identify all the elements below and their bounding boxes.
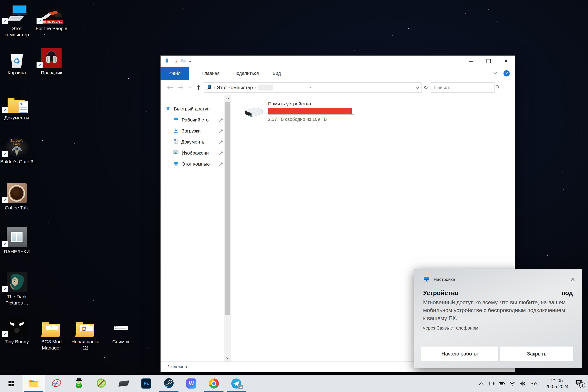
shortcut-arrow-icon: ↗ [2,197,8,203]
breadcrumb-chevron-icon[interactable]: › [310,85,311,90]
free-space-text: 2,37 ГБ свободно из 109 ГБ [268,117,354,122]
desktop-icon-prazdnik[interactable]: ↗ Праздник [35,47,68,76]
tab-share[interactable]: Поделиться [226,66,266,80]
sidebar-item-downloads[interactable]: Загрузки [160,126,224,136]
window-titlebar[interactable]: — ✕ [160,56,515,66]
pin-icon [219,140,223,145]
desktop-icon-label: The Dark Pictures ... [0,294,34,306]
telegram-unread-badge: 34 [238,385,243,389]
baldurs-gate-3-icon: Baldur's Gate ↗ [0,136,34,157]
ribbon-expand-chevron-icon[interactable] [493,71,497,75]
tray-wifi-icon[interactable] [508,381,516,386]
this-pc-icon: ↗ [0,3,34,24]
taskbar-chrome[interactable] [202,375,225,392]
up-button-icon[interactable] [193,85,204,90]
file-explorer-icon [29,379,39,388]
scroll-down-icon[interactable] [224,355,231,362]
desktop-icon-the-dark-pictures[interactable]: ↗ The Dark Pictures ... [0,271,34,306]
tray-language-indicator[interactable]: РУС [530,381,540,386]
tab-view[interactable]: Вид [266,66,288,80]
prazdnik-icon: ↗ [35,47,68,68]
taskbar-green-mascot-app[interactable] [68,375,90,392]
get-started-button[interactable]: Начало работы [421,346,498,361]
sidebar-item-pictures[interactable]: Изображени [160,148,224,158]
desktop-icon-tiny-bunny[interactable]: ↗ Tiny Bunny [0,316,34,345]
search-icon[interactable] [496,85,500,90]
device-storage-item[interactable]: Память устройства 2,37 ГБ свободно из 10… [243,101,358,122]
pin-icon [219,118,223,123]
qat-customize-chevron-icon[interactable] [189,60,191,62]
desktop-icon-label: BG3 Mod Manager [35,339,68,351]
desktop-icon-for-the-people[interactable]: FOR THE PEOPLE ↗ For the People [35,3,68,32]
notification-via-text: через Связь с телефоном [414,322,582,331]
minimize-button[interactable]: — [462,56,480,66]
capacity-bar-fill [268,108,352,114]
shortcut-arrow-icon: ↗ [2,151,8,157]
desktop-icon-new-folder-2[interactable]: Новая папка (2) [69,316,102,351]
coffee-talk-icon: ↗ [0,182,34,203]
desktop-icon-this-pc[interactable]: ↗ Этот компьютер [0,3,34,38]
breadcrumb-chevron-icon[interactable]: › [255,85,256,90]
forward-button-icon[interactable] [175,86,186,90]
qat-properties-icon[interactable] [174,58,178,64]
desktop-icon-bg3-mod-manager[interactable]: BG3 Mod Manager [35,316,68,351]
ribbon-tabs: Файл Главная Поделиться Вид ? [160,66,515,80]
tray-clock[interactable]: 21:05 20.05.2024 [544,378,570,390]
bg3-emblem-text: Baldur's Gate [8,139,26,146]
scroll-up-icon[interactable] [224,95,231,102]
taskbar-snipping-tool[interactable]: ✂ [45,375,68,392]
dismiss-button[interactable]: Закрыть [500,346,573,361]
action-center-icon[interactable]: 3 [575,380,582,387]
notification-close-icon[interactable]: ✕ [571,276,575,283]
desktop-icon-label: Baldur's Gate 3 [0,159,34,165]
recent-locations-chevron-icon[interactable] [186,86,193,88]
desktop-icon-panelki[interactable]: ↗ ПАНЕЛЬКИ [0,226,34,255]
desktop-icon-baldurs-gate-3[interactable]: Baldur's Gate ↗ Baldur's Gate 3 [0,136,34,165]
desktop-icon-label: Новая папка (2) [69,339,102,351]
taskbar-lime-paint-app[interactable] [90,375,112,392]
address-dropdown-chevron-icon[interactable] [416,85,419,90]
close-button[interactable]: ✕ [497,56,515,66]
desktop-icon-snimok[interactable]: Снимок [104,316,138,345]
search-box[interactable] [431,82,494,92]
taskbar-telegram[interactable]: 34 [225,375,248,392]
maximize-button[interactable] [480,56,497,66]
notification-title-fragment: под [561,290,573,297]
refresh-icon[interactable]: ↻ [422,84,430,91]
tray-battery-icon[interactable] [498,381,506,386]
scrollbar-thumb[interactable] [225,102,230,315]
desktop-icon-documents[interactable]: A ↗ Документы [0,92,34,121]
taskbar-steam[interactable] [158,375,180,392]
panelki-icon: ↗ [0,226,34,247]
help-icon[interactable]: ? [504,70,510,76]
desktop-icon-coffee-talk[interactable]: ↗ Coffee Talk [0,182,34,211]
tab-file[interactable]: Файл [160,66,189,80]
device-storage-title: Память устройства [268,101,354,106]
address-bar[interactable]: › Этот компьютер › › [204,82,422,92]
breadcrumb-chevron-icon[interactable]: › [214,85,215,90]
tray-volume-icon[interactable] [519,381,526,386]
tray-cast-icon[interactable] [488,380,495,386]
sidebar-item-quick-access[interactable]: Быстрый доступ [160,103,224,114]
taskbar-photoshop[interactable]: Ps [135,375,158,392]
settings-notification-toast: Настройка ✕ Устройство под Мгновенный до… [414,269,582,368]
qat-new-folder-icon[interactable] [181,59,186,64]
tray-chevron-up-icon[interactable] [478,382,485,385]
sidebar-item-documents[interactable]: Документы [160,136,224,148]
taskbar-dark-parallelogram-app[interactable] [112,375,135,392]
settings-monitor-icon [424,276,430,283]
back-button-icon[interactable] [165,86,175,90]
desktop-icon-recycle-bin[interactable]: ♻ Корзина [0,47,34,76]
taskbar-file-explorer[interactable] [22,375,45,392]
sidebar-item-this-pc[interactable]: Этот компью [160,158,224,170]
tab-home[interactable]: Главная [195,66,226,80]
search-input[interactable] [434,85,496,90]
desktop-icon-label: Этот компьютер [0,26,34,38]
sidebar-item-desktop[interactable]: Рабочий сто [160,114,224,126]
downloads-icon [174,128,178,134]
vertical-scrollbar[interactable] [224,95,231,362]
desktop-icon [174,117,178,123]
taskbar-wallpaper-engine[interactable]: W [180,375,202,392]
start-button[interactable] [0,375,22,392]
breadcrumb[interactable]: Этот компьютер [217,85,253,90]
